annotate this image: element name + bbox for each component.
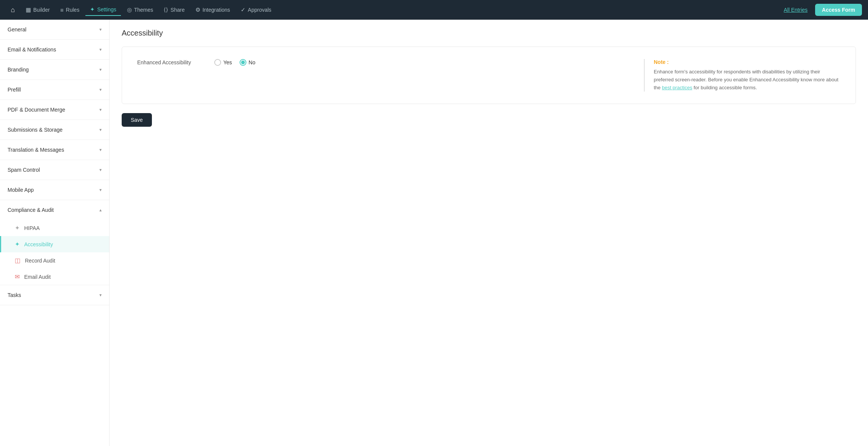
approvals-icon: ✓ — [241, 6, 246, 13]
sidebar-section-compliance: Compliance & Audit ▴ ✦ HIPAA ✦ Accessibi… — [0, 200, 109, 285]
themes-icon: ◎ — [127, 6, 132, 13]
sidebar-item-accessibility[interactable]: ✦ Accessibility — [0, 236, 109, 252]
top-navigation: ⌂ ▦ Builder ≡ Rules ✦ Settings ◎ Themes … — [0, 0, 868, 20]
best-practices-link[interactable]: best practices — [662, 85, 692, 90]
nav-integrations[interactable]: ⚙ Integrations — [191, 4, 235, 16]
sidebar-section-general-header[interactable]: General ▾ — [0, 20, 109, 39]
accessibility-icon: ✦ — [15, 241, 20, 248]
radio-yes-circle — [214, 59, 221, 66]
sidebar-section-general: General ▾ — [0, 20, 109, 40]
note-title: Note : — [654, 59, 840, 65]
sidebar-section-compliance-header[interactable]: Compliance & Audit ▴ — [0, 200, 109, 220]
main-layout: General ▾ Email & Notifications ▾ Brandi… — [0, 20, 868, 446]
nav-builder[interactable]: ▦ Builder — [21, 4, 54, 16]
nav-approvals[interactable]: ✓ Approvals — [236, 4, 276, 16]
radio-yes[interactable]: Yes — [214, 59, 232, 66]
hipaa-icon: ✦ — [15, 224, 20, 232]
sidebar-section-branding-header[interactable]: Branding ▾ — [0, 60, 109, 79]
main-content: Accessibility Enhanced Accessibility Yes… — [110, 20, 868, 446]
sidebar-section-prefill: Prefill ▾ — [0, 80, 109, 100]
compliance-sub-items: ✦ HIPAA ✦ Accessibility ◫ Record Audit ✉… — [0, 220, 109, 285]
sidebar-section-mobile: Mobile App ▾ — [0, 180, 109, 200]
sidebar: General ▾ Email & Notifications ▾ Brandi… — [0, 20, 110, 446]
sidebar-section-spam-header[interactable]: Spam Control ▾ — [0, 160, 109, 180]
sidebar-section-submissions-header[interactable]: Submissions & Storage ▾ — [0, 120, 109, 140]
home-button[interactable]: ⌂ — [6, 3, 20, 17]
sidebar-section-pdf-header[interactable]: PDF & Document Merge ▾ — [0, 100, 109, 120]
sidebar-item-email-audit[interactable]: ✉ Email Audit — [0, 269, 109, 285]
all-entries-link[interactable]: All Entries — [784, 7, 808, 13]
sidebar-section-branding: Branding ▾ — [0, 60, 109, 80]
sidebar-section-translation: Translation & Messages ▾ — [0, 140, 109, 160]
sidebar-section-pdf: PDF & Document Merge ▾ — [0, 100, 109, 120]
chevron-down-icon: ▾ — [99, 87, 102, 92]
nav-share[interactable]: ⟨⟩ Share — [159, 4, 189, 16]
sidebar-section-translation-header[interactable]: Translation & Messages ▾ — [0, 140, 109, 160]
chevron-down-icon: ▾ — [99, 47, 102, 52]
rules-icon: ≡ — [60, 7, 64, 13]
sidebar-section-spam: Spam Control ▾ — [0, 160, 109, 180]
record-audit-icon: ◫ — [15, 257, 20, 264]
settings-icon: ✦ — [90, 6, 95, 13]
radio-group: Yes No — [214, 59, 255, 66]
sidebar-section-email-header[interactable]: Email & Notifications ▾ — [0, 40, 109, 59]
chevron-down-icon: ▾ — [99, 127, 102, 132]
radio-no[interactable]: No — [240, 59, 255, 66]
enhanced-accessibility-row: Enhanced Accessibility Yes No — [137, 59, 629, 66]
email-audit-icon: ✉ — [15, 273, 20, 280]
nav-rules[interactable]: ≡ Rules — [56, 5, 84, 16]
sidebar-item-record-audit[interactable]: ◫ Record Audit — [0, 252, 109, 269]
sidebar-section-tasks-header[interactable]: Tasks ▾ — [0, 285, 109, 305]
note-text: Enhance form's accessibility for respond… — [654, 68, 840, 92]
chevron-down-icon: ▾ — [99, 187, 102, 193]
builder-icon: ▦ — [26, 6, 31, 13]
sidebar-item-hipaa[interactable]: ✦ HIPAA — [0, 220, 109, 236]
sidebar-section-email: Email & Notifications ▾ — [0, 40, 109, 60]
chevron-down-icon: ▾ — [99, 292, 102, 298]
nav-settings[interactable]: ✦ Settings — [85, 4, 121, 16]
form-section: Enhanced Accessibility Yes No — [137, 59, 629, 92]
chevron-down-icon: ▾ — [99, 27, 102, 32]
integrations-icon: ⚙ — [195, 6, 200, 13]
share-icon: ⟨⟩ — [164, 6, 168, 13]
chevron-down-icon: ▾ — [99, 67, 102, 72]
chevron-down-icon: ▾ — [99, 107, 102, 112]
save-button[interactable]: Save — [122, 113, 152, 127]
field-label: Enhanced Accessibility — [137, 59, 205, 65]
chevron-down-icon: ▾ — [99, 147, 102, 152]
sidebar-section-tasks: Tasks ▾ — [0, 285, 109, 305]
accessibility-card: Enhanced Accessibility Yes No Note : — [122, 47, 856, 104]
access-form-button[interactable]: Access Form — [815, 4, 862, 16]
nav-themes[interactable]: ◎ Themes — [122, 4, 158, 16]
note-section: Note : Enhance form's accessibility for … — [644, 59, 840, 92]
radio-no-circle — [240, 59, 246, 66]
chevron-down-icon: ▾ — [99, 167, 102, 172]
chevron-up-icon: ▴ — [99, 207, 102, 213]
page-title: Accessibility — [122, 29, 856, 37]
sidebar-section-submissions: Submissions & Storage ▾ — [0, 120, 109, 140]
sidebar-section-mobile-header[interactable]: Mobile App ▾ — [0, 180, 109, 200]
sidebar-section-prefill-header[interactable]: Prefill ▾ — [0, 80, 109, 99]
